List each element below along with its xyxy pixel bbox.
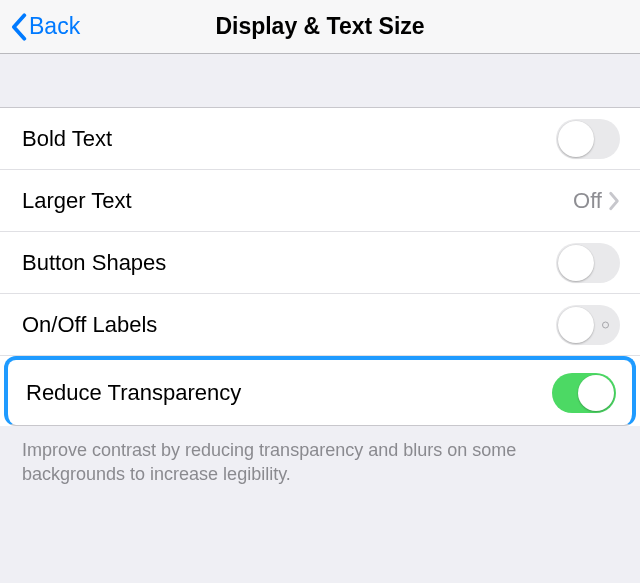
reduce-transparency-toggle[interactable] [552,373,616,413]
row-reduce-transparency[interactable]: Reduce Transparency [4,356,636,426]
row-label: Button Shapes [22,250,556,276]
switch-knob [558,307,594,343]
page-title: Display & Text Size [0,13,640,40]
navbar: Back Display & Text Size [0,0,640,54]
row-bold-text[interactable]: Bold Text [0,108,640,170]
chevron-left-icon [10,13,27,41]
off-indicator-icon [602,321,609,328]
switch-knob [558,245,594,281]
settings-screen: Back Display & Text Size Bold Text Large… [0,0,640,583]
back-label: Back [29,13,80,40]
row-label: Bold Text [22,126,556,152]
row-value: Off [573,188,602,214]
button-shapes-toggle[interactable] [556,243,620,283]
settings-list: Bold Text Larger Text Off Button Shapes … [0,108,640,426]
row-onoff-labels[interactable]: On/Off Labels [0,294,640,356]
switch-knob [578,375,614,411]
switch-knob [558,121,594,157]
row-larger-text[interactable]: Larger Text Off [0,170,640,232]
bold-text-toggle[interactable] [556,119,620,159]
row-label: On/Off Labels [22,312,556,338]
row-label: Reduce Transparency [26,380,552,406]
chevron-right-icon [608,191,620,211]
onoff-labels-toggle[interactable] [556,305,620,345]
section-footer: Improve contrast by reducing transparenc… [0,426,640,487]
section-spacer [0,54,640,108]
row-button-shapes[interactable]: Button Shapes [0,232,640,294]
row-label: Larger Text [22,188,573,214]
back-button[interactable]: Back [0,0,80,53]
